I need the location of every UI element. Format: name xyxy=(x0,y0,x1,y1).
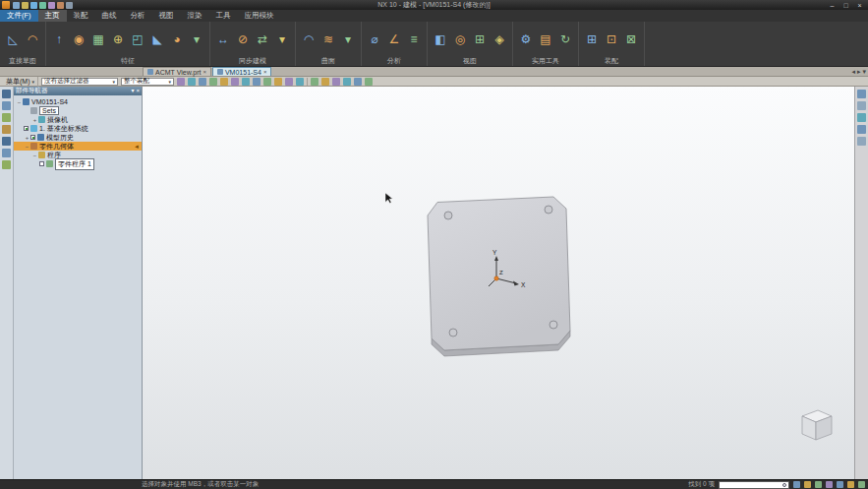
move-component-icon[interactable]: ⊠ xyxy=(621,27,641,52)
geometric-properties-icon[interactable]: ≡ xyxy=(404,27,424,52)
ribbon-group-label[interactable]: 曲面 xyxy=(299,55,358,66)
command-finder[interactable] xyxy=(719,481,789,489)
selection-scope-dropdown[interactable]: 整个装配 ▾ xyxy=(121,78,174,86)
minimize-button[interactable]: – xyxy=(826,1,839,10)
touch-mode-icon[interactable] xyxy=(815,481,822,488)
snap-arc-center-icon[interactable] xyxy=(231,78,239,86)
snap-intersection-icon[interactable] xyxy=(220,78,228,86)
snap-screen-position-icon[interactable] xyxy=(296,78,304,86)
information-icon[interactable] xyxy=(804,481,811,488)
new-file-icon[interactable] xyxy=(13,2,20,9)
tab-scroll-right-icon[interactable]: ▸ xyxy=(857,68,861,76)
window-switch-icon[interactable] xyxy=(66,2,73,9)
tab-tools[interactable]: 工具 xyxy=(209,10,238,22)
expander-icon[interactable]: + xyxy=(24,135,30,141)
edge-blend-icon[interactable]: ◕ xyxy=(167,27,187,52)
alerts-icon[interactable] xyxy=(793,481,800,488)
tab-analysis[interactable]: 分析 xyxy=(124,10,152,22)
tab-render[interactable]: 渲染 xyxy=(181,10,209,22)
checkbox[interactable] xyxy=(30,135,35,140)
tree-row-part-program[interactable]: 零件程序 1 xyxy=(14,159,142,168)
window-icon[interactable]: ◧ xyxy=(431,27,450,52)
tree-row-datum-csys[interactable]: 1. 基准坐标系统 xyxy=(14,124,142,133)
synchronous-more-icon[interactable]: ▾ xyxy=(272,27,292,52)
reuse-library-icon[interactable] xyxy=(2,125,11,134)
measure-distance-icon[interactable]: ⌀ xyxy=(365,27,384,52)
ribbon-group-label[interactable]: 同步建模 xyxy=(213,55,292,66)
ribbon-group-label[interactable]: 实用工具 xyxy=(516,55,575,66)
immediate-hide-icon[interactable] xyxy=(321,78,329,86)
hole[interactable] xyxy=(444,212,452,219)
selection-filter-dropdown[interactable]: 没有选择过滤器 ▾ xyxy=(41,78,118,86)
fit-window-icon[interactable] xyxy=(857,90,866,98)
expander-icon[interactable]: + xyxy=(31,117,38,123)
move-face-icon[interactable]: ↔ xyxy=(213,27,233,52)
chamfer-icon[interactable]: ◣ xyxy=(147,27,167,52)
unite-icon[interactable]: ⊕ xyxy=(108,27,128,52)
performance-icon[interactable] xyxy=(858,481,865,488)
assembly-navigator-icon[interactable] xyxy=(2,90,11,98)
panel-menu-icon[interactable]: ▾ xyxy=(131,87,134,95)
hole[interactable] xyxy=(449,329,457,336)
display-mode-icon[interactable] xyxy=(847,481,854,488)
ribbon-group-label[interactable]: 视图 xyxy=(431,55,509,66)
surface-more-icon[interactable]: ▾ xyxy=(338,27,358,52)
save-icon[interactable] xyxy=(30,2,37,9)
show-hide-icon[interactable]: ◎ xyxy=(450,27,470,52)
shell-icon[interactable]: ◰ xyxy=(128,27,147,52)
add-component-icon[interactable]: ⊞ xyxy=(582,27,602,52)
extrude-icon[interactable]: ↑ xyxy=(49,27,69,52)
redo-icon[interactable] xyxy=(48,2,55,9)
doc-tab-active[interactable]: VM0151-S4 × xyxy=(212,67,271,76)
tab-view[interactable]: 视图 xyxy=(152,10,181,22)
through-curves-icon[interactable]: ≋ xyxy=(318,27,338,52)
fit-view-icon[interactable] xyxy=(332,78,340,86)
part-3d-model[interactable] xyxy=(428,197,570,356)
feature-more-icon[interactable]: ▾ xyxy=(187,27,206,52)
grid-icon[interactable] xyxy=(826,481,833,488)
close-icon[interactable]: × xyxy=(263,69,267,75)
graphics-window[interactable]: Y X Z xyxy=(143,87,854,479)
snap-point-on-curve-icon[interactable] xyxy=(263,78,271,86)
show-hide-toggle-icon[interactable] xyxy=(311,78,318,86)
expander-icon[interactable]: − xyxy=(24,144,30,150)
doc-tab[interactable]: ACMT View.prt × xyxy=(143,67,211,76)
menu-button[interactable]: 菜单(M) ▾ xyxy=(3,77,38,87)
hole[interactable] xyxy=(545,206,552,214)
cut-icon[interactable] xyxy=(57,2,64,9)
replace-face-icon[interactable]: ⇄ xyxy=(253,27,272,52)
rotate-view-icon[interactable] xyxy=(365,78,373,86)
sketch-icon[interactable]: ◺ xyxy=(3,27,23,52)
pan-view-icon[interactable] xyxy=(857,113,866,122)
ribbon-group-label[interactable]: 特征 xyxy=(49,55,206,66)
measure-angle-icon[interactable]: ∠ xyxy=(384,27,404,52)
search-icon[interactable] xyxy=(782,483,786,487)
ribbon-group-label[interactable]: 装配 xyxy=(582,55,641,66)
tree-row-root[interactable]: − VM0151-S4 xyxy=(14,97,142,106)
ribbon-group-label[interactable]: 直接草图 xyxy=(3,55,42,66)
ribbon-group-label[interactable]: 分析 xyxy=(365,55,424,66)
open-file-icon[interactable] xyxy=(22,2,29,9)
tree-row-part-geometry-selected[interactable]: − 零件几何体 ◄ xyxy=(14,142,142,151)
snap-grid-icon[interactable] xyxy=(285,78,293,86)
snap-endpoint-icon[interactable] xyxy=(188,78,196,86)
materials-icon[interactable] xyxy=(2,160,11,169)
undo-icon[interactable] xyxy=(39,2,46,9)
tab-list-icon[interactable]: ▾ xyxy=(862,68,866,76)
snap-midpoint-icon[interactable] xyxy=(199,78,206,86)
settings-icon[interactable]: ⚙ xyxy=(516,27,536,52)
view-cube[interactable] xyxy=(802,410,832,440)
constraint-navigator-icon[interactable] xyxy=(2,101,11,110)
rotate-orbit-icon[interactable] xyxy=(857,125,866,134)
layers-icon[interactable] xyxy=(837,481,843,488)
update-icon[interactable]: ↻ xyxy=(555,27,575,52)
ruled-surface-icon[interactable]: ◠ xyxy=(299,27,318,52)
zoom-in-out-icon[interactable] xyxy=(857,101,866,110)
tab-application[interactable]: 应用模块 xyxy=(238,10,281,22)
hole-icon[interactable]: ◉ xyxy=(69,27,88,52)
expander-icon[interactable]: − xyxy=(16,99,23,105)
snap-enable-icon[interactable] xyxy=(177,78,185,86)
tab-curve[interactable]: 曲线 xyxy=(95,10,124,22)
close-icon[interactable]: × xyxy=(203,69,206,75)
snap-point-on-surface-icon[interactable] xyxy=(274,78,282,86)
